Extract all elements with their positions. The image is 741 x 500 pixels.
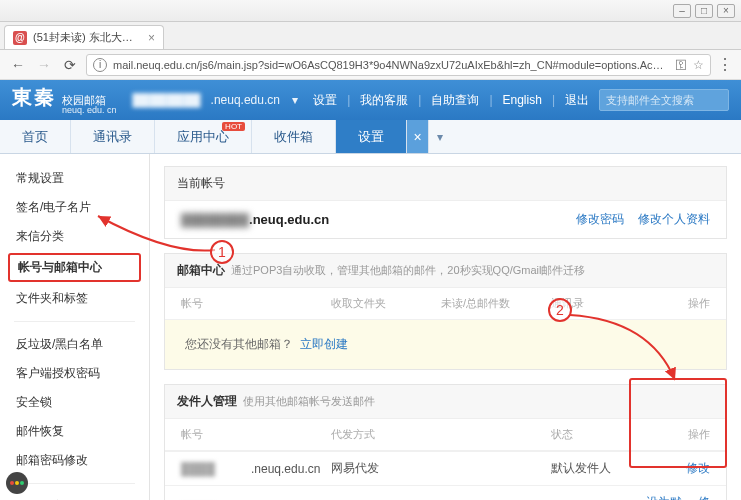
tab-home[interactable]: 首页 — [0, 120, 71, 153]
panel-current-account: 当前帐号 ████████ .neuq.edu.cn 修改密码 修改个人资料 — [164, 166, 727, 239]
sidebar-item-filter[interactable]: 来信分类 — [0, 222, 149, 251]
sender-op-link[interactable]: 修改 — [686, 460, 710, 477]
sidebar-item-password[interactable]: 邮箱密码修改 — [0, 446, 149, 475]
header-link-selfservice[interactable]: 自助查询 — [431, 92, 479, 109]
forward-button[interactable]: → — [34, 55, 54, 75]
hot-badge: HOT — [222, 122, 245, 131]
tab-title: (51封未读) 东北大学秦… — [33, 30, 142, 45]
edit-profile-link[interactable]: 修改个人资料 — [638, 211, 710, 228]
minimize-button[interactable]: – — [673, 4, 691, 18]
logo-text: 東秦 — [12, 84, 56, 111]
bookmark-star-icon[interactable]: ☆ — [693, 58, 704, 72]
panel-title: 当前帐号 — [177, 175, 225, 192]
sidebar-item-recover[interactable]: 邮件恢复 — [0, 417, 149, 446]
tab-apps-label: 应用中心 — [177, 128, 229, 146]
col-status: 状态 — [551, 427, 641, 442]
back-button[interactable]: ← — [8, 55, 28, 75]
col-ops: 操作 — [641, 296, 710, 311]
tab-close-button[interactable]: × — [407, 120, 429, 153]
header-links: 设置| 我的客服| 自助查询| English| 退出 支持邮件全文搜索 — [313, 89, 729, 111]
col-spacer — [441, 427, 551, 442]
sidebar-item-multitab[interactable]: 多标签窗口 — [0, 492, 149, 500]
panel-mailbox-center: 邮箱中心 通过POP3自动收取，管理其他邮箱的邮件，20秒实现QQ/Gmail邮… — [164, 253, 727, 370]
header-link-support[interactable]: 我的客服 — [360, 92, 408, 109]
browser-tabstrip: @ (51封未读) 东北大学秦… × — [0, 22, 741, 50]
create-mailbox-link[interactable]: 立即创建 — [300, 337, 348, 351]
header-link-logout[interactable]: 退出 — [565, 92, 589, 109]
sender-op-link[interactable]: 设为默认 — [641, 494, 682, 500]
col-ops: 操作 — [641, 427, 710, 442]
sender-ops: 修改 — [641, 460, 710, 477]
url-text: mail.neuq.edu.cn/js6/main.jsp?sid=wO6AsC… — [113, 59, 669, 71]
center-columns: 帐号 收取文件夹 未读/总邮件数 通讯录 操作 — [165, 288, 726, 320]
col-account: 帐号 — [181, 427, 331, 442]
header-link-settings[interactable]: 设置 — [313, 92, 337, 109]
sender-method: 网易代发 — [331, 460, 441, 477]
account-prefix-blurred: ████████ — [181, 213, 249, 227]
tab-settings[interactable]: 设置 — [336, 120, 407, 153]
sender-row: ████.neuq.edu.cn网易代发默认发件人修改 — [165, 451, 726, 485]
sidebar-item-signature[interactable]: 签名/电子名片 — [0, 193, 149, 222]
sender-status: 默认发件人 — [551, 460, 641, 477]
site-info-icon[interactable]: i — [93, 58, 107, 72]
maximize-button[interactable]: □ — [695, 4, 713, 18]
sender-suffix: .neuq.edu.cn — [251, 462, 320, 476]
empty-notice: 您还没有其他邮箱？ 立即创建 — [165, 320, 726, 369]
panel-desc: 通过POP3自动收取，管理其他邮箱的邮件，20秒实现QQ/Gmail邮件迁移 — [231, 263, 585, 278]
browser-toolbar: ← → ⟳ i mail.neuq.edu.cn/js6/main.jsp?si… — [0, 50, 741, 80]
header-link-english[interactable]: English — [503, 93, 542, 107]
sender-columns: 帐号 代发方式 状态 操作 — [165, 419, 726, 451]
tab-inbox[interactable]: 收件箱 — [252, 120, 336, 153]
col-account: 帐号 — [181, 296, 331, 311]
window-titlebar: – □ × — [0, 0, 741, 22]
sidebar-item-account-center[interactable]: 帐号与邮箱中心 — [8, 253, 141, 282]
empty-text: 您还没有其他邮箱？ — [185, 337, 293, 351]
panel-sender-mgmt: 发件人管理 使用其他邮箱帐号发送邮件 帐号 代发方式 状态 操作 ████.ne… — [164, 384, 727, 500]
sender-row: ████.edu.cn网易代发备选发件人设为默认修改 — [165, 485, 726, 500]
panel-title: 邮箱中心 — [177, 262, 225, 279]
sidebar-item-lock[interactable]: 安全锁 — [0, 388, 149, 417]
sidebar-item-general[interactable]: 常规设置 — [0, 164, 149, 193]
change-password-link[interactable]: 修改密码 — [576, 211, 624, 228]
sender-op-link[interactable]: 修改 — [690, 494, 710, 500]
col-count: 未读/总邮件数 — [441, 296, 551, 311]
sender-ops: 设为默认修改 — [641, 494, 710, 500]
col-folder: 收取文件夹 — [331, 296, 441, 311]
sidebar-divider — [14, 321, 135, 322]
header-account-suffix: .neuq.edu.cn — [211, 93, 280, 107]
account-email-suffix: .neuq.edu.cn — [249, 212, 329, 227]
close-window-button[interactable]: × — [717, 4, 735, 18]
apps-launcher-icon[interactable] — [6, 472, 28, 494]
content-area: 当前帐号 ████████ .neuq.edu.cn 修改密码 修改个人资料 邮… — [150, 154, 741, 500]
account-dropdown-icon[interactable]: ▾ — [292, 93, 298, 107]
sidebar-item-spam[interactable]: 反垃圾/黑白名单 — [0, 330, 149, 359]
logo-subtitle: 校园邮箱 neuq. edu. cn — [62, 94, 117, 116]
header-account: ████████ — [133, 93, 201, 107]
tab-overflow-icon[interactable]: ▾ — [429, 120, 451, 153]
tab-close-icon[interactable]: × — [148, 31, 155, 45]
logo: 東秦 校园邮箱 neuq. edu. cn — [12, 84, 117, 116]
col-method: 代发方式 — [331, 427, 441, 442]
panel-title: 发件人管理 — [177, 393, 237, 410]
search-input[interactable]: 支持邮件全文搜索 — [599, 89, 729, 111]
tab-apps[interactable]: 应用中心 HOT — [155, 120, 252, 153]
settings-sidebar: 常规设置 签名/电子名片 来信分类 帐号与邮箱中心 文件夹和标签 反垃圾/黑白名… — [0, 154, 150, 500]
browser-menu-icon[interactable]: ⋮ — [717, 55, 733, 74]
reload-button[interactable]: ⟳ — [60, 55, 80, 75]
app-header: 東秦 校园邮箱 neuq. edu. cn ████████ .neuq.edu… — [0, 80, 741, 120]
browser-tab[interactable]: @ (51封未读) 东北大学秦… × — [4, 25, 164, 49]
address-bar[interactable]: i mail.neuq.edu.cn/js6/main.jsp?sid=wO6A… — [86, 54, 711, 76]
panel-desc: 使用其他邮箱帐号发送邮件 — [243, 394, 375, 409]
search-placeholder: 支持邮件全文搜索 — [606, 93, 694, 108]
sidebar-item-folders[interactable]: 文件夹和标签 — [0, 284, 149, 313]
password-key-icon[interactable]: ⚿ — [675, 58, 687, 72]
sidebar-divider — [14, 483, 135, 484]
col-contacts: 通讯录 — [551, 296, 641, 311]
sender-prefix-blurred: ████ — [181, 462, 251, 476]
tab-contacts[interactable]: 通讯录 — [71, 120, 155, 153]
favicon-icon: @ — [13, 31, 27, 45]
sidebar-item-clientauth[interactable]: 客户端授权密码 — [0, 359, 149, 388]
main-nav: 首页 通讯录 应用中心 HOT 收件箱 设置 × ▾ — [0, 120, 741, 154]
